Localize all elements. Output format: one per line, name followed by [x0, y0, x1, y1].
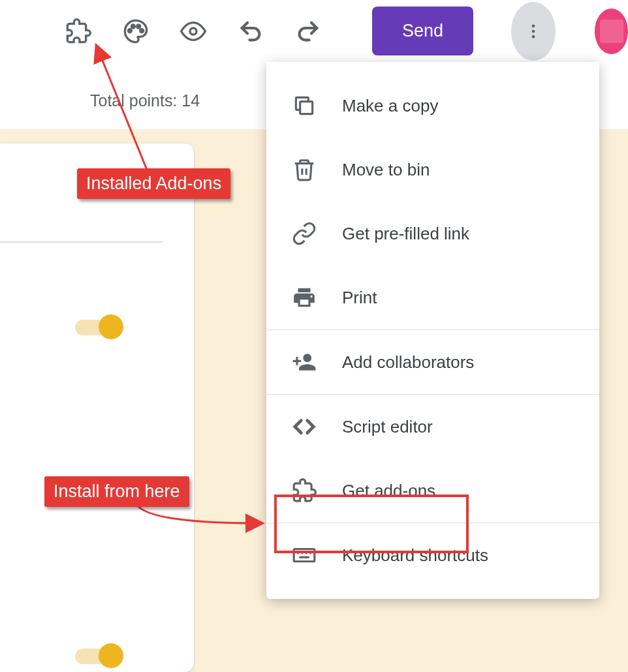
addons-icon[interactable] — [65, 17, 91, 46]
menu-item-make-copy[interactable]: Make a copy — [266, 74, 599, 138]
collaborators-icon — [290, 348, 319, 376]
annotation-install-from-here: Install from here — [44, 476, 189, 507]
undo-icon[interactable] — [238, 17, 264, 46]
svg-point-7 — [532, 35, 535, 38]
redo-icon[interactable] — [295, 17, 321, 46]
toolbar: Send — [0, 0, 628, 62]
menu-item-label: Get add-ons — [342, 481, 435, 501]
code-icon — [290, 412, 319, 441]
menu-item-label: Print — [342, 288, 377, 308]
svg-point-3 — [140, 29, 144, 32]
more-menu: Make a copy Move to bin Get pre-filled l… — [266, 62, 599, 599]
question-card — [0, 144, 194, 672]
copy-icon — [290, 91, 319, 120]
svg-point-4 — [190, 28, 196, 35]
send-button[interactable]: Send — [372, 7, 473, 55]
menu-item-label: Get pre-filled link — [342, 224, 469, 244]
svg-point-5 — [532, 24, 535, 27]
avatar-image — [600, 20, 623, 43]
print-icon — [290, 283, 319, 312]
menu-item-add-collaborators[interactable]: Add collaborators — [266, 330, 599, 394]
trash-icon — [290, 155, 319, 184]
svg-point-1 — [131, 25, 134, 28]
menu-item-label: Script editor — [342, 417, 433, 437]
menu-item-script-editor[interactable]: Script editor — [266, 395, 599, 459]
menu-item-label: Keyboard shortcuts — [342, 545, 488, 566]
svg-rect-11 — [294, 549, 315, 562]
total-points-text: Total points: 14 — [90, 91, 200, 110]
menu-item-label: Make a copy — [342, 96, 438, 116]
menu-item-prefilled-link[interactable]: Get pre-filled link — [266, 202, 599, 266]
toggle-switch[interactable] — [75, 320, 121, 335]
menu-item-label: Move to bin — [342, 160, 430, 180]
menu-item-print[interactable]: Print — [266, 266, 599, 329]
user-avatar[interactable] — [595, 8, 628, 54]
menu-item-label: Add collaborators — [342, 352, 474, 373]
menu-item-keyboard-shortcuts[interactable]: Keyboard shortcuts — [266, 523, 599, 587]
theme-icon[interactable] — [123, 17, 149, 46]
puzzle-icon — [290, 476, 319, 505]
menu-item-move-to-bin[interactable]: Move to bin — [266, 138, 599, 202]
svg-point-2 — [137, 25, 140, 28]
menu-item-get-addons[interactable]: Get add-ons — [266, 459, 599, 523]
toggle-switch[interactable] — [75, 649, 121, 664]
keyboard-icon — [290, 541, 319, 570]
svg-point-6 — [532, 29, 535, 33]
annotation-installed-addons: Installed Add-ons — [77, 168, 230, 199]
more-menu-button[interactable] — [511, 2, 556, 61]
svg-rect-8 — [300, 102, 313, 114]
link-icon — [290, 219, 319, 248]
svg-point-0 — [128, 29, 131, 32]
preview-icon[interactable] — [180, 17, 206, 46]
